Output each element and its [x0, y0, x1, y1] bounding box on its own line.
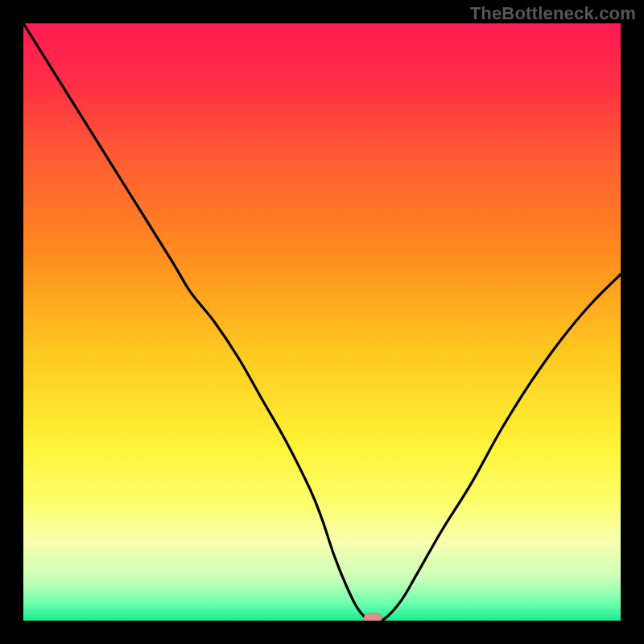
bottleneck-chart	[0, 0, 644, 644]
optimal-marker	[364, 613, 382, 623]
plot-background	[23, 23, 621, 621]
watermark-text: TheBottleneck.com	[470, 3, 636, 24]
chart-frame: { "watermark": "TheBottleneck.com", "col…	[0, 0, 644, 644]
